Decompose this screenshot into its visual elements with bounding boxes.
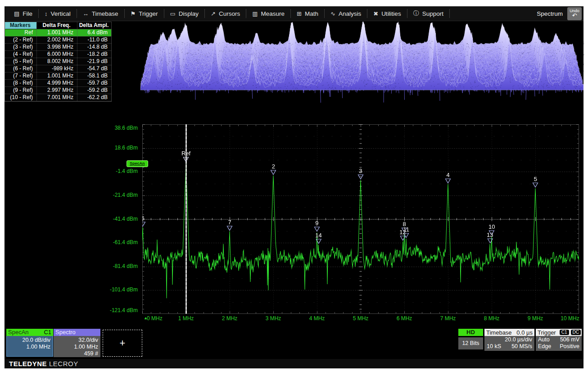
y-tick-label: -121.4 dBm (110, 307, 138, 313)
menu-item-timebase[interactable]: ↔Timebase (77, 6, 124, 21)
x-tick-label: 3 MHz (266, 315, 281, 322)
marker-row[interactable]: (7 - Ref)1.001 MHz-58.1 dB (5, 73, 111, 80)
menu-item-support[interactable]: ⓘSupport (407, 6, 449, 21)
timebase-descriptor[interactable]: Timebase 0.0 µs 20.0 µs/div 10 kS 50 MS/… (484, 329, 534, 351)
menu-item-label: Display (179, 10, 199, 17)
y-tick-label: -101.4 dBm (110, 286, 138, 293)
menu-item-label: Measure (261, 10, 285, 17)
specan-title: SpecAn (8, 329, 29, 336)
marker-cell: 6.4 dBm (77, 29, 111, 36)
specan-descriptor[interactable]: SpecAn C1 20.0 dB/div 1.00 MHz (6, 329, 53, 357)
marker-cell: (3 - Ref) (5, 44, 36, 50)
frequency-origin-arrow-icon: ▲ (144, 316, 148, 320)
x-tick-label: 6 MHz (397, 315, 412, 322)
menu-item-file[interactable]: ▤File (8, 6, 38, 21)
marker-row[interactable]: (4 - Ref)6.000 MHz-18.2 dB (5, 51, 111, 58)
marker-row[interactable]: (8 - Ref)4.999 MHz-59.7 dB (5, 80, 111, 87)
trace-badge[interactable]: SpecAn (127, 160, 148, 167)
marker-row[interactable]: (10 - Ref)7.001 MHz-62.2 dB (5, 94, 111, 101)
spectro-title: Spectro (55, 329, 76, 336)
trigger-source-badge: C1 (560, 330, 569, 335)
flag-icon: ⚑ (131, 10, 136, 17)
brand-footer: TELEDYNE LECROY (5, 359, 583, 368)
marker-cell: (10 - Ref) (5, 94, 36, 101)
marker-cell: -58.1 dB (77, 73, 111, 79)
marker-cell: 1.001 MHz (36, 73, 77, 79)
add-trace-button[interactable]: + (103, 330, 142, 357)
specan-scale: 20.0 dB/div (9, 337, 50, 344)
trigger-title: Trigger (538, 329, 556, 336)
trigger-mode: Auto (538, 336, 550, 343)
marker-cell: (2 - Ref) (5, 36, 36, 43)
marker-cell: (7 - Ref) (5, 73, 36, 79)
marker-cell: -11.0 dB (77, 36, 111, 43)
hd-bits: 12 Bits (458, 337, 483, 349)
marker-cell: -59.7 dB (77, 80, 111, 86)
spectro-descriptor[interactable]: Spectro 32.0/div 1.00 MHz 459 # (54, 329, 100, 357)
marker-cell: -14.8 dB (77, 44, 111, 50)
menu-item-trigger[interactable]: ⚑Trigger (125, 6, 164, 21)
marker-cell: (9 - Ref) (5, 87, 36, 94)
menu-item-math[interactable]: ⊞Math (291, 6, 324, 21)
y-tick-label: -41.4 dBm (113, 216, 138, 222)
undo-arrow-icon: ↶ (572, 13, 577, 18)
marker-cell: -18.2 dB (77, 51, 111, 58)
marker-cell: -59.2 dB (77, 87, 111, 94)
marker-cell: 2.002 MHz (36, 36, 77, 43)
marker-cell: 6.000 MHz (36, 51, 77, 58)
y-tick-label: -81.4 dBm (113, 263, 138, 269)
marker-cell: Ref (5, 29, 36, 36)
spectro-scale: 32.0/div (56, 337, 98, 344)
menu-item-analysis[interactable]: ∿Analysis (325, 6, 367, 21)
reference-cursor[interactable] (185, 124, 187, 314)
menu-item-label: Utilities (381, 10, 401, 17)
spectro-span: 1.00 MHz (56, 344, 98, 350)
marker-row[interactable]: Ref1.001 MHz6.4 dBm (5, 29, 111, 36)
y-tick-label: -1.4 dBm (116, 168, 138, 174)
x-tick-label: 2 MHz (222, 315, 238, 322)
marker-row[interactable]: (5 - Ref)8.002 MHz-21.9 dB (5, 58, 111, 65)
menu-item-vertical[interactable]: ↕Vertical (39, 6, 77, 21)
y-tick-label: 18.6 dBm (115, 145, 138, 151)
spectrum-plot[interactable]: Ref234567891011121314 (142, 124, 579, 314)
timebase-scale: 20.0 µs/div (505, 336, 532, 343)
spectrogram-3d-view[interactable] (138, 22, 584, 103)
menu-item-label: Timebase (92, 10, 118, 17)
calculator-icon: ⊞ (297, 10, 302, 17)
menu-items: ▤File↕Vertical↔Timebase⚑Trigger▭Display↗… (5, 6, 450, 21)
undo-button[interactable]: Undo ↶ (567, 7, 582, 20)
app-window: ▤File↕Vertical↔Timebase⚑Trigger▭Display↗… (5, 6, 583, 368)
marker-cell: (4 - Ref) (5, 51, 36, 58)
menu-item-label: Math (305, 10, 318, 17)
marker-row[interactable]: (3 - Ref)3.998 MHz-14.8 dB (5, 44, 111, 51)
trigger-descriptor[interactable]: Trigger C1 DC Auto 506 mV Edge Positive (536, 329, 582, 351)
menu-item-label: Analysis (339, 10, 361, 17)
marker-cell: -989 kHz (36, 65, 77, 72)
hd-descriptor[interactable]: HD 12 Bits (458, 329, 483, 349)
menu-item-utilities[interactable]: ✖Utilities (367, 6, 407, 21)
spectrum-canvas[interactable] (142, 124, 579, 314)
chart-icon: ∿ (330, 10, 335, 17)
trigger-level: 506 mV (560, 336, 579, 343)
x-tick-label: 10 MHz (561, 315, 579, 322)
h-arrows-icon: ↔ (83, 10, 89, 17)
y-tick-label: -61.4 dBm (113, 239, 138, 245)
menu-item-label: Support (422, 10, 443, 17)
x-tick-label: 7 MHz (440, 315, 456, 322)
x-tick-label: 9 MHz (528, 315, 543, 322)
marker-row[interactable]: (9 - Ref)2.997 MHz-59.2 dB (5, 87, 111, 94)
menu-item-label: Trigger (139, 10, 158, 17)
marker-cell: -21.9 dB (77, 58, 111, 65)
v-arrows-icon: ↕ (45, 10, 48, 17)
menu-item-cursors[interactable]: ↗Cursors (205, 6, 246, 21)
menu-item-display[interactable]: ▭Display (164, 6, 205, 21)
x-tick-label: 0 MHz (147, 315, 163, 322)
marker-row[interactable]: (6 - Ref)-989 kHz-54.7 dB (5, 65, 111, 73)
menu-item-label: File (23, 10, 32, 17)
x-tick-label: 8 MHz (484, 315, 500, 322)
marker-row[interactable]: (2 - Ref)2.002 MHz-11.0 dB (5, 36, 111, 44)
specan-channel: C1 (44, 329, 51, 336)
menu-item-measure[interactable]: ▥Measure (246, 6, 290, 21)
marker-cell: 8.002 MHz (36, 58, 77, 65)
trigger-kind: Edge (538, 343, 551, 350)
